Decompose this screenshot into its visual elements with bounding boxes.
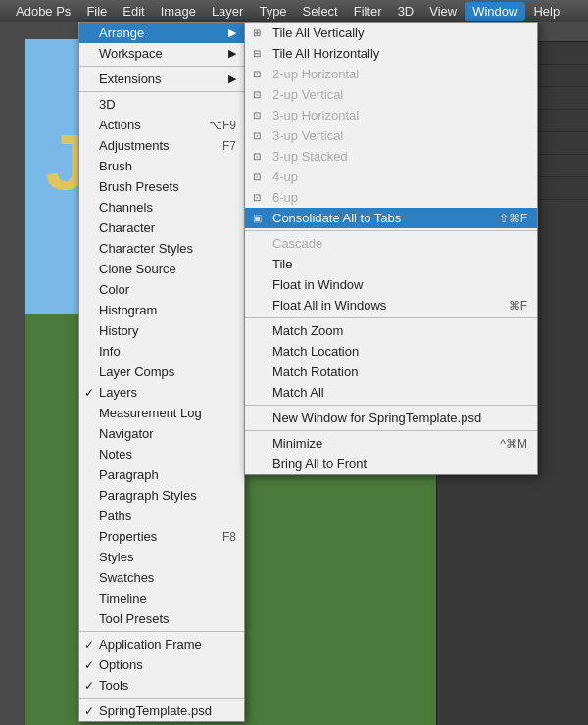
arrange-float-all-in-windows[interactable]: Float All in Windows ⌘F	[245, 295, 537, 315]
menu-item-actions[interactable]: Actions ⌥F9	[79, 115, 244, 135]
app-frame-checkmark: ✓	[84, 638, 94, 652]
menu-item-brush-presets[interactable]: Brush Presets	[79, 176, 244, 197]
arrange-3up-horizontal[interactable]: ⊡ 3-up Horizontal	[245, 105, 537, 125]
menu-item-color[interactable]: Color	[79, 279, 244, 300]
arrange-minimize[interactable]: Minimize ^⌘M	[245, 433, 537, 454]
tile-vert-icon: ⊞	[253, 27, 261, 38]
menu-item-workspace-label: Workspace	[99, 46, 163, 61]
6up-icon: ⊡	[253, 192, 261, 203]
options-checkmark: ✓	[84, 658, 94, 672]
properties-shortcut: F8	[203, 530, 236, 544]
menu-item-swatches[interactable]: Swatches	[79, 567, 244, 588]
separator-1	[79, 66, 244, 67]
menu-item-measurement-log[interactable]: Measurement Log	[79, 403, 244, 423]
float-all-shortcut: ⌘F	[489, 299, 527, 313]
arrange-arrow-icon: ▶	[228, 26, 236, 39]
arrange-cascade[interactable]: Cascade	[245, 233, 537, 254]
separator-2	[79, 91, 244, 92]
menu-item-paths[interactable]: Paths	[79, 506, 244, 526]
menu-item-paragraph[interactable]: Paragraph	[79, 464, 244, 485]
menubar: Adobe Ps File Edit Image Layer Type Sele…	[0, 0, 588, 22]
menu-item-properties[interactable]: Properties F8	[79, 526, 244, 547]
menu-item-navigator[interactable]: Navigator	[79, 423, 244, 444]
menu-item-tool-presets[interactable]: Tool Presets	[79, 608, 244, 629]
arrange-sep-4	[245, 430, 537, 431]
menu-item-character[interactable]: Character	[79, 218, 244, 238]
layers-checkmark: ✓	[84, 386, 94, 400]
menu-item-paragraph-styles[interactable]: Paragraph Styles	[79, 485, 244, 506]
menu-item-workspace[interactable]: Workspace ▶	[79, 43, 244, 64]
window-menu-dropdown: Arrange ▶ Workspace ▶ Extensions ▶ 3D Ac…	[78, 22, 245, 722]
menu-item-adjustments[interactable]: Adjustments F7	[79, 135, 244, 156]
menu-item-spring-template[interactable]: ✓ SpringTemplate.psd	[79, 701, 244, 721]
menubar-item-file[interactable]: File	[78, 2, 115, 21]
actions-shortcut: ⌥F9	[189, 119, 236, 132]
menubar-item-filter[interactable]: Filter	[346, 2, 390, 21]
menu-item-history[interactable]: History	[79, 320, 244, 341]
2up-h-icon: ⊡	[253, 69, 261, 79]
arrange-sep-3	[245, 405, 537, 406]
menu-item-timeline[interactable]: Timeline	[79, 588, 244, 608]
minimize-shortcut: ^⌘M	[480, 437, 527, 451]
menu-item-app-frame[interactable]: ✓ Application Frame	[79, 634, 244, 654]
arrange-sep-1	[245, 230, 537, 231]
arrange-tile-all-horizontally[interactable]: ⊟ Tile All Horizontally	[245, 43, 537, 64]
extensions-arrow-icon: ▶	[228, 72, 236, 85]
menu-item-brush[interactable]: Brush	[79, 156, 244, 176]
arrange-float-in-window[interactable]: Float in Window	[245, 274, 537, 295]
menu-item-clone-source[interactable]: Clone Source	[79, 259, 244, 279]
menu-item-character-styles[interactable]: Character Styles	[79, 238, 244, 259]
menubar-item-image[interactable]: Image	[153, 2, 204, 21]
menu-item-layers[interactable]: ✓ Layers	[79, 382, 244, 403]
menu-item-extensions[interactable]: Extensions ▶	[79, 69, 244, 89]
tile-horiz-icon: ⊟	[253, 48, 261, 59]
arrange-match-all[interactable]: Match All	[245, 382, 537, 403]
menu-item-arrange-label: Arrange	[99, 25, 144, 40]
menu-item-histogram[interactable]: Histogram	[79, 300, 244, 320]
arrange-new-window[interactable]: New Window for SpringTemplate.psd	[245, 408, 537, 428]
consolidate-shortcut: ⇧⌘F	[479, 212, 527, 225]
separator-4	[79, 698, 244, 699]
arrange-3up-stacked[interactable]: ⊡ 3-up Stacked	[245, 146, 537, 167]
arrange-3up-vertical[interactable]: ⊡ 3-up Vertical	[245, 125, 537, 146]
arrange-match-rotation[interactable]: Match Rotation	[245, 362, 537, 382]
menubar-item-3d[interactable]: 3D	[390, 2, 422, 21]
menu-item-arrange[interactable]: Arrange ▶	[79, 23, 244, 43]
arrange-tile-all-vertically[interactable]: ⊞ Tile All Vertically	[245, 23, 537, 43]
menu-item-options[interactable]: ✓ Options	[79, 654, 244, 675]
arrange-2up-vertical[interactable]: ⊡ 2-up Vertical	[245, 84, 537, 105]
menubar-item-select[interactable]: Select	[295, 2, 346, 21]
menu-item-3d[interactable]: 3D	[79, 94, 244, 115]
menu-item-extensions-label: Extensions	[99, 72, 162, 86]
menu-item-styles[interactable]: Styles	[79, 547, 244, 567]
arrange-bring-all-to-front[interactable]: Bring All to Front	[245, 454, 537, 474]
workspace-arrow-icon: ▶	[228, 47, 236, 60]
menubar-item-window[interactable]: Window	[465, 2, 525, 21]
3up-h-icon: ⊡	[253, 110, 261, 121]
menubar-item-type[interactable]: Type	[251, 2, 294, 21]
arrange-consolidate-all-to-tabs[interactable]: ▣ Consolidate All to Tabs ⇧⌘F	[245, 208, 537, 228]
menu-item-tools[interactable]: ✓ Tools	[79, 675, 244, 696]
3up-v-icon: ⊡	[253, 130, 261, 141]
menu-item-layer-comps[interactable]: Layer Comps	[79, 362, 244, 382]
arrange-match-location[interactable]: Match Location	[245, 341, 537, 362]
arrange-match-zoom[interactable]: Match Zoom	[245, 320, 537, 341]
arrange-6up[interactable]: ⊡ 6-up	[245, 187, 537, 208]
menu-item-info[interactable]: Info	[79, 341, 244, 362]
adjustments-shortcut: F7	[203, 139, 236, 153]
arrange-tile[interactable]: Tile	[245, 254, 537, 274]
menubar-item-help[interactable]: Help	[525, 2, 567, 21]
menu-item-notes[interactable]: Notes	[79, 444, 244, 464]
arrange-sep-2	[245, 317, 537, 318]
tools-checkmark: ✓	[84, 679, 94, 693]
arrange-4up[interactable]: ⊡ 4-up	[245, 167, 537, 187]
spring-template-checkmark: ✓	[84, 704, 94, 718]
arrange-2up-horizontal[interactable]: ⊡ 2-up Horizontal	[245, 64, 537, 84]
menubar-item-adobeps[interactable]: Adobe Ps	[8, 2, 78, 21]
menubar-item-view[interactable]: View	[421, 2, 465, 21]
3up-s-icon: ⊡	[253, 151, 261, 162]
menu-item-channels[interactable]: Channels	[79, 197, 244, 218]
menubar-item-layer[interactable]: Layer	[204, 2, 252, 21]
menubar-item-edit[interactable]: Edit	[115, 2, 152, 21]
4up-icon: ⊡	[253, 171, 261, 182]
